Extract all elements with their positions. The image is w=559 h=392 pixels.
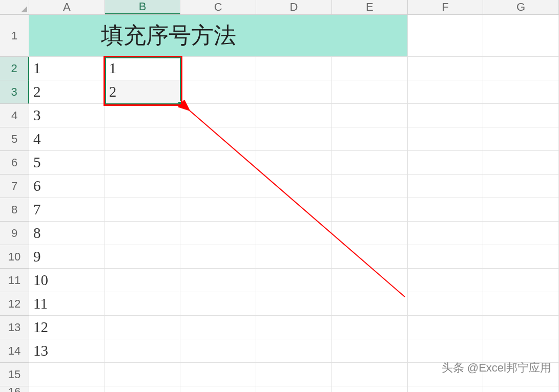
cell-f10[interactable] [408,245,484,269]
cell-g3[interactable] [483,80,559,104]
cell-d10[interactable] [256,245,332,269]
row-header-8[interactable]: 8 [0,198,29,222]
cell-e2[interactable] [332,57,408,80]
cell-d7[interactable] [256,175,332,198]
cell-d12[interactable] [256,292,332,316]
cell-c14[interactable] [180,339,256,363]
cell-d2[interactable] [256,57,332,80]
cell-b9[interactable] [105,222,181,245]
cell-d14[interactable] [256,339,332,363]
cell-c9[interactable] [180,222,256,245]
cell-e3[interactable] [332,80,408,104]
cell-b10[interactable] [105,245,181,269]
cell-d9[interactable] [256,222,332,245]
cell-a2[interactable]: 1 [29,57,105,80]
row-header-16[interactable]: 16 [0,386,29,392]
cell-f4[interactable] [408,104,484,127]
cell-f1[interactable] [408,15,484,57]
cell-b14[interactable] [105,339,181,363]
cell-a12[interactable]: 11 [29,292,105,316]
row-header-15[interactable]: 15 [0,363,29,386]
cell-f5[interactable] [408,127,484,151]
cell-c5[interactable] [180,127,256,151]
cell-b2[interactable]: 1 [105,57,181,80]
cell-a16[interactable] [29,386,105,392]
row-header-1[interactable]: 1 [0,15,29,57]
cell-c4[interactable] [180,104,256,127]
cell-a9[interactable]: 8 [29,222,105,245]
cell-c13[interactable] [180,316,256,339]
cell-a7[interactable]: 6 [29,175,105,198]
cell-e5[interactable] [332,127,408,151]
cell-g12[interactable] [483,292,559,316]
cell-d3[interactable] [256,80,332,104]
col-header-a[interactable]: A [29,0,105,14]
cell-e10[interactable] [332,245,408,269]
cell-e6[interactable] [332,151,408,175]
col-header-f[interactable]: F [408,0,484,14]
cell-d6[interactable] [256,151,332,175]
cell-a11[interactable]: 10 [29,269,105,292]
row-header-14[interactable]: 14 [0,339,29,363]
cell-a10[interactable]: 9 [29,245,105,269]
cell-d15[interactable] [256,363,332,386]
cell-f3[interactable] [408,80,484,104]
row-header-11[interactable]: 11 [0,269,29,292]
cell-e16[interactable] [332,386,408,392]
select-all-button[interactable] [0,0,29,14]
cell-f12[interactable] [408,292,484,316]
cell-g13[interactable] [483,316,559,339]
cell-g16[interactable] [483,386,559,392]
cell-e4[interactable] [332,104,408,127]
cell-g6[interactable] [483,151,559,175]
col-header-g[interactable]: G [483,0,559,14]
col-header-e[interactable]: E [332,0,408,14]
cell-f6[interactable] [408,151,484,175]
cell-b16[interactable] [105,386,181,392]
cell-c12[interactable] [180,292,256,316]
row-header-10[interactable]: 10 [0,245,29,269]
cell-g4[interactable] [483,104,559,127]
cell-f8[interactable] [408,198,484,222]
cell-g8[interactable] [483,198,559,222]
cell-e7[interactable] [332,175,408,198]
row-header-7[interactable]: 7 [0,175,29,198]
cell-a8[interactable]: 7 [29,198,105,222]
cell-c8[interactable] [180,198,256,222]
row-header-3[interactable]: 3 [0,80,29,104]
cell-g5[interactable] [483,127,559,151]
cell-d11[interactable] [256,269,332,292]
cell-g10[interactable] [483,245,559,269]
cell-f16[interactable] [408,386,484,392]
row-header-13[interactable]: 13 [0,316,29,339]
cell-f14[interactable] [408,339,484,363]
cell-b15[interactable] [105,363,181,386]
cell-b11[interactable] [105,269,181,292]
row-header-2[interactable]: 2 [0,57,29,80]
row-header-4[interactable]: 4 [0,104,29,127]
cell-c2[interactable] [180,57,256,80]
cell-a3[interactable]: 2 [29,80,105,104]
cell-b3[interactable]: 2 [105,80,181,104]
cell-g11[interactable] [483,269,559,292]
cell-b7[interactable] [105,175,181,198]
cell-g14[interactable] [483,339,559,363]
cell-g2[interactable] [483,57,559,80]
cell-g9[interactable] [483,222,559,245]
cell-c7[interactable] [180,175,256,198]
row-header-5[interactable]: 5 [0,127,29,151]
cell-c11[interactable] [180,269,256,292]
cell-c16[interactable] [180,386,256,392]
cell-a15[interactable] [29,363,105,386]
cell-b8[interactable] [105,198,181,222]
cell-e12[interactable] [332,292,408,316]
cell-c3[interactable] [180,80,256,104]
col-header-c[interactable]: C [180,0,256,14]
cell-d13[interactable] [256,316,332,339]
cell-f13[interactable] [408,316,484,339]
cell-f7[interactable] [408,175,484,198]
cell-e11[interactable] [332,269,408,292]
cell-c10[interactable] [180,245,256,269]
row-header-6[interactable]: 6 [0,151,29,175]
cell-c15[interactable] [180,363,256,386]
